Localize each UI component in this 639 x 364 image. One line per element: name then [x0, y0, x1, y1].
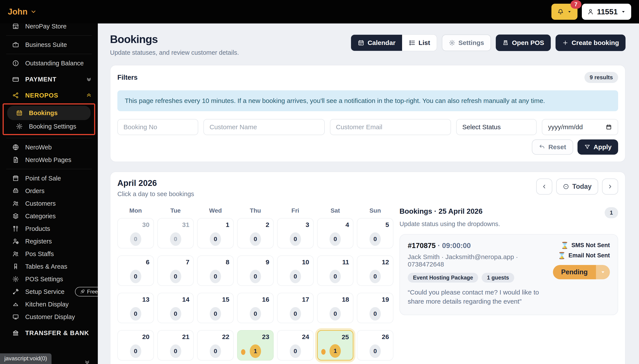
apply-label: Apply [593, 143, 612, 151]
calendar-day-cell[interactable]: 220 [197, 330, 234, 360]
user-menu[interactable]: John [8, 7, 37, 16]
calendar-day-cell[interactable]: 200 [117, 330, 154, 360]
settings-button[interactable]: Settings [442, 34, 491, 51]
sidebar-item-neropay-store[interactable]: NeroPay Store [0, 24, 98, 32]
sidebar-item-categories[interactable]: Categories [0, 210, 98, 222]
prev-month-button[interactable] [536, 178, 552, 194]
booking-no-input[interactable] [117, 119, 198, 135]
bank-icon [12, 330, 19, 336]
caret-down-icon[interactable] [596, 265, 610, 279]
calendar-day-cell[interactable]: 260 [357, 330, 393, 360]
sidebar: NeroPay StoreBusiness SuiteOutstanding B… [0, 24, 98, 364]
today-button[interactable]: Today [556, 178, 598, 194]
date-input[interactable]: yyyy/mm/dd [542, 119, 618, 135]
customer-name-input[interactable] [203, 119, 325, 135]
booking-count-badge: 0 [250, 232, 261, 246]
sidebar-item-neroweb-pages[interactable]: NeroWeb Pages [0, 154, 98, 166]
sidebar-item-transfer-bank[interactable]: TRANSFER & BANK [0, 327, 98, 339]
calendar-day-cell[interactable]: 190 [357, 293, 393, 323]
booking-count-badge: 0 [170, 307, 181, 320]
status-select[interactable]: Select Status [456, 119, 537, 135]
calendar-day-cell[interactable]: 30 [277, 218, 314, 248]
calendar-day-cell[interactable]: 150 [197, 293, 234, 323]
sidebar-item-pos-staffs[interactable]: Pos Staffs [0, 248, 98, 260]
sidebar-item-label: Categories [25, 212, 56, 220]
reset-button[interactable]: Reset [532, 140, 573, 155]
sidebar-item-tables-areas[interactable]: Tables & Areas [0, 260, 98, 273]
day-number: 4 [346, 221, 349, 228]
sidebar-item-orders[interactable]: Orders [0, 184, 98, 197]
notifications-button[interactable]: 7 [551, 4, 577, 20]
sidebar-item-products[interactable]: Products [0, 222, 98, 235]
calendar-header-text: April 2026 Click a day to see bookings [117, 178, 194, 198]
calendar-day-cell[interactable]: 100 [277, 256, 314, 286]
sidebar-item-setup-service[interactable]: Setup ServiceFree [0, 286, 98, 298]
create-booking-button[interactable]: Create booking [555, 34, 625, 51]
sidebar-item-pos-settings[interactable]: POS Settings [0, 273, 98, 286]
calendar-picker-icon[interactable] [605, 124, 612, 130]
calendar-day-cell[interactable]: 20 [237, 218, 274, 248]
sidebar-item-neroweb[interactable]: NeroWeb [0, 141, 98, 154]
people-icon [12, 200, 19, 207]
tab-list-view[interactable]: List [402, 35, 437, 51]
sidebar-item-booking-settings[interactable]: Booking Settings [4, 120, 94, 133]
calendar-day-cell[interactable]: 251 [317, 330, 354, 360]
calendar-day-cell[interactable]: 140 [157, 293, 194, 323]
calendar-day-cell[interactable]: 40 [317, 218, 354, 248]
pos-terminal-icon [502, 40, 509, 46]
account-menu[interactable]: 11551 [582, 4, 631, 20]
calendar-day-cell[interactable]: 300 [117, 218, 154, 248]
calendar-day-cell[interactable]: 70 [157, 256, 194, 286]
sidebar-item-registers[interactable]: Registers [0, 235, 98, 248]
sidebar-item-outstanding-balance[interactable]: Outstanding Balance [0, 57, 98, 70]
calendar-day-cell[interactable]: 10 [197, 218, 234, 248]
tab-calendar-view[interactable]: Calendar [351, 35, 402, 51]
double-chevron-down-icon[interactable] [84, 359, 90, 364]
sidebar-divider [6, 169, 92, 169]
sidebar-item-customers[interactable]: Customers [0, 197, 98, 210]
status-dropdown[interactable]: Pending [553, 265, 610, 279]
calendar-day-cell[interactable]: 130 [117, 293, 154, 323]
status-bar-link: javascript:void(0) [0, 353, 52, 364]
calendar-day-cell[interactable]: 170 [277, 293, 314, 323]
day-number: 5 [385, 221, 389, 228]
calendar-day-cell[interactable]: 180 [317, 293, 354, 323]
calendar-day-cell[interactable]: 231 [237, 330, 274, 360]
apply-button[interactable]: Apply [577, 140, 618, 155]
day-number: 19 [382, 296, 389, 303]
sidebar-item-label: Booking Settings [29, 123, 76, 130]
next-month-button[interactable] [602, 178, 618, 194]
open-pos-button[interactable]: Open POS [496, 34, 550, 51]
calendar-day-cell[interactable]: 160 [237, 293, 274, 323]
day-number: 20 [142, 333, 149, 340]
sidebar-item-neropos[interactable]: NEROPOS [0, 89, 98, 102]
sidebar-item-business-suite[interactable]: Business Suite [0, 38, 98, 51]
sidebar-item-payment[interactable]: PAYMENT [0, 73, 98, 86]
day-number: 17 [302, 296, 309, 303]
alert-circle-icon [12, 60, 19, 67]
customer-email-input[interactable] [330, 119, 451, 135]
calendar-day-cell[interactable]: 80 [197, 256, 234, 286]
calendar-day-cell[interactable]: 50 [357, 218, 393, 248]
booking-count-badge: 0 [330, 232, 341, 246]
weekday-label: Mon [117, 207, 154, 214]
sidebar-item-bookings[interactable]: Bookings [7, 106, 91, 120]
sidebar-item-point-of-sale[interactable]: Point of Sale [0, 172, 98, 184]
sidebar-item-customer-display[interactable]: Customer Display [0, 310, 98, 323]
calendar-day-cell[interactable]: 310 [157, 218, 194, 248]
weekday-header-row: MonTueWedThuFriSatSun [117, 207, 393, 214]
booking-count-badge: 0 [250, 307, 261, 320]
status-dropdown-value[interactable]: Pending [553, 265, 596, 279]
calendar-day-cell[interactable]: 120 [357, 256, 393, 286]
calendar-day-cell[interactable]: 90 [237, 256, 274, 286]
sidebar-item-kitchen-display[interactable]: Kitchen Display [0, 298, 98, 310]
calendar-day-cell[interactable]: 240 [277, 330, 314, 360]
calendar-day-cell[interactable]: 60 [117, 256, 154, 286]
calendar-day-cell[interactable]: 110 [317, 256, 354, 286]
create-booking-label: Create booking [572, 39, 619, 46]
day-number: 11 [342, 258, 349, 266]
panel-count-badge: 1 [605, 207, 618, 218]
calendar-day-cell[interactable]: 210 [157, 330, 194, 360]
funnel-icon [584, 144, 590, 150]
day-number: 10 [302, 258, 309, 266]
